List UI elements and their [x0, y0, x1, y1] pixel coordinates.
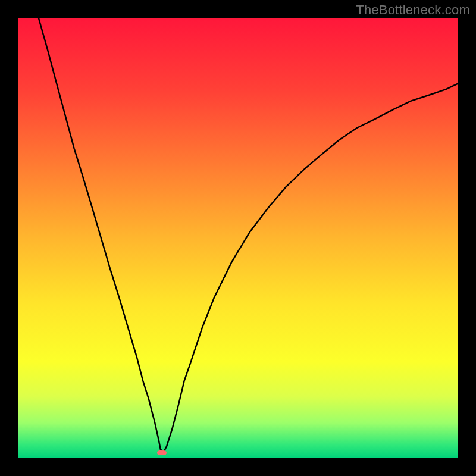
gradient-background [18, 18, 458, 458]
chart-frame: TheBottleneck.com [0, 0, 476, 476]
plot-svg [18, 18, 458, 458]
minimum-marker-dot [159, 450, 165, 455]
minimum-marker [157, 450, 167, 455]
watermark-text: TheBottleneck.com [356, 2, 470, 18]
plot-area [18, 18, 458, 458]
